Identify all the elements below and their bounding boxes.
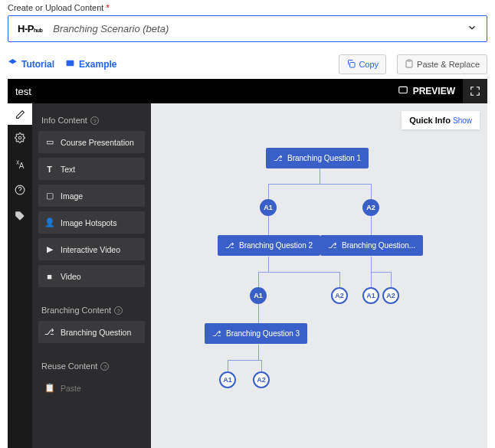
answer-node-a2[interactable]: A2: [362, 199, 379, 216]
copy-icon: [346, 59, 356, 70]
content-sidebar: Info Content? ▭Course Presentation TText…: [32, 103, 151, 448]
answer-node-a2-outline[interactable]: A2: [382, 287, 399, 304]
sidebar-item-video[interactable]: ■Video: [38, 265, 145, 287]
copy-button[interactable]: Copy: [339, 54, 386, 74]
rail-translate-tab[interactable]: ᵡA: [8, 151, 32, 177]
tutorial-link[interactable]: Tutorial: [8, 58, 54, 70]
paste-replace-button[interactable]: Paste & Replace: [397, 54, 487, 74]
svg-rect-1: [350, 63, 356, 68]
scenario-title-input[interactable]: test: [8, 86, 199, 97]
chevron-down-icon: [467, 22, 477, 35]
rail-settings-tab[interactable]: [8, 125, 32, 151]
answer-node-a1[interactable]: A1: [250, 287, 267, 304]
left-rail: ᵡA: [8, 103, 32, 448]
rail-help-tab[interactable]: [8, 177, 32, 203]
presentation-icon: ▭: [44, 137, 54, 147]
example-link[interactable]: Example: [65, 58, 116, 70]
sidebar-item-image-hotspots[interactable]: 👤Image Hotspots: [38, 211, 145, 234]
branch-node-icon: ⎇: [328, 241, 337, 250]
branching-content-section: Branching Content?: [38, 301, 145, 321]
svg-point-4: [18, 136, 21, 139]
answer-node-a2-outline[interactable]: A2: [253, 371, 270, 388]
video-icon: ■: [44, 271, 54, 281]
info-content-section: Info Content?: [38, 111, 145, 131]
reuse-content-section: Reuse Content?: [38, 357, 145, 377]
answer-node-a1-outline[interactable]: A1: [219, 371, 236, 388]
hotspots-icon: 👤: [44, 217, 54, 227]
sidebar-item-text[interactable]: TText: [38, 158, 145, 180]
image-icon: ▢: [44, 191, 54, 201]
rail-tag-tab[interactable]: [8, 203, 32, 229]
help-circle-icon: [15, 185, 25, 195]
translate-icon: ᵡA: [16, 158, 25, 170]
sidebar-item-branching-question[interactable]: ⎇Branching Question: [38, 321, 145, 343]
branch-icon: ⎇: [44, 327, 54, 337]
help-icon[interactable]: ?: [90, 116, 99, 125]
sidebar-item-course-presentation[interactable]: ▭Course Presentation: [38, 131, 145, 153]
branch-node-icon: ⎇: [212, 329, 221, 338]
branch-node-icon: ⎇: [225, 241, 234, 250]
fullscreen-button[interactable]: [463, 79, 487, 103]
svg-rect-3: [398, 87, 407, 93]
paste-icon: [405, 59, 414, 70]
svg-rect-0: [67, 60, 74, 67]
content-type-name: Branching Scenario (beta): [53, 23, 467, 34]
text-icon: T: [44, 164, 54, 174]
gear-icon: [15, 132, 25, 143]
h5p-logo: H-Phub: [18, 23, 42, 34]
node-branching-question-3[interactable]: ⎇Branching Question...: [320, 235, 423, 256]
sidebar-item-paste[interactable]: 📋Paste: [38, 377, 145, 399]
help-icon[interactable]: ?: [100, 362, 109, 371]
toolbar: Tutorial Example Copy Paste & Replace: [0, 50, 495, 79]
branch-node-icon: ⎇: [274, 154, 283, 162]
sidebar-item-interactive-video[interactable]: ▶Interactive Video: [38, 238, 145, 260]
example-icon: [65, 58, 75, 70]
branching-tree: ⎇Branching Question 1 A1 A2 ⎇Branching Q…: [151, 103, 487, 448]
tag-icon: [15, 211, 25, 221]
answer-node-a1-outline[interactable]: A1: [362, 287, 379, 304]
interactive-video-icon: ▶: [44, 244, 54, 254]
content-type-selector[interactable]: H-Phub Branching Scenario (beta): [8, 15, 487, 42]
rail-edit-tab[interactable]: [8, 103, 32, 125]
sidebar-item-image[interactable]: ▢Image: [38, 185, 145, 207]
pencil-icon: [15, 110, 25, 119]
help-icon[interactable]: ?: [114, 306, 123, 315]
fullscreen-icon: [470, 86, 480, 96]
branching-canvas[interactable]: Quick Info Show ⎇Branching Que: [151, 103, 487, 448]
editor-title-bar: test PREVIEW: [8, 79, 487, 103]
node-branching-question-2[interactable]: ⎇Branching Question 2: [218, 235, 320, 256]
svg-rect-2: [408, 60, 411, 61]
node-branching-question-4[interactable]: ⎇Branching Question 3: [205, 323, 307, 344]
paste-small-icon: 📋: [44, 383, 54, 393]
preview-icon: [398, 85, 408, 98]
answer-node-a1[interactable]: A1: [260, 199, 277, 216]
tutorial-icon: [8, 58, 18, 70]
node-branching-question-1[interactable]: ⎇Branching Question 1: [266, 148, 369, 168]
create-upload-label: Create or Upload Content *: [0, 0, 495, 15]
preview-button[interactable]: PREVIEW: [390, 85, 463, 98]
answer-node-a2-outline[interactable]: A2: [331, 287, 348, 304]
